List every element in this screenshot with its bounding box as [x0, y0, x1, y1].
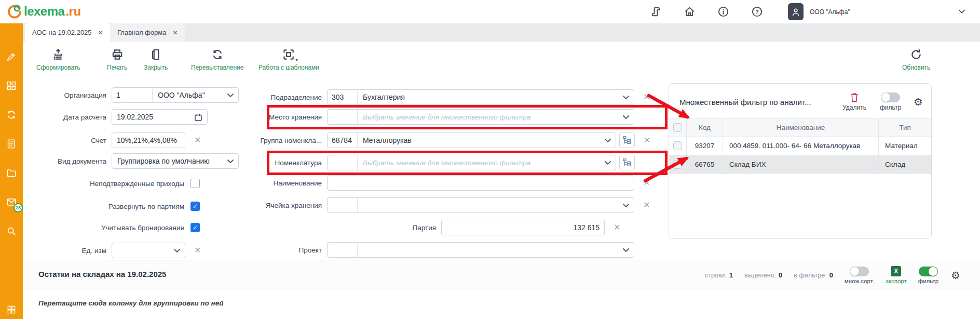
- chevron-down-icon[interactable]: [957, 7, 967, 16]
- refresh-button[interactable]: Обновить: [902, 48, 930, 71]
- sidebar-item-sync[interactable]: [5, 109, 18, 121]
- grid-filter-toggle[interactable]: [919, 267, 938, 276]
- selected-stat: выделено: 0: [744, 271, 782, 279]
- organization-select[interactable]: 1 ООО "Альфа": [112, 87, 239, 103]
- lexema-logo[interactable]: lexema.ru: [7, 3, 81, 20]
- expand-batches-checkbox[interactable]: [190, 202, 200, 211]
- storage-cell-code-input[interactable]: [328, 198, 358, 212]
- clear-icon[interactable]: ✕: [643, 93, 650, 101]
- header-type[interactable]: Тип: [879, 118, 931, 136]
- field-row-unconfirmed: Неподтвержденные приходы: [29, 177, 200, 190]
- nomen-group-select[interactable]: 68784 Металлорукав: [327, 132, 616, 148]
- field-row-nomen-group: Группа номенкла... 68784 Металлорукав ✕: [228, 132, 650, 148]
- export-label: экспорт: [886, 278, 907, 284]
- chevron-down-icon[interactable]: [605, 161, 611, 165]
- clear-icon[interactable]: ✕: [614, 223, 620, 232]
- storage-place-code-input[interactable]: [328, 110, 358, 124]
- name-input[interactable]: [327, 175, 634, 191]
- panel-filter-toggle[interactable]: [881, 92, 900, 102]
- project-code-input[interactable]: [328, 243, 358, 257]
- delete-button[interactable]: Удалить: [842, 92, 866, 111]
- storage-cell-select[interactable]: [327, 197, 634, 213]
- header-name[interactable]: Наименование: [723, 118, 879, 136]
- department-code-input[interactable]: 303: [328, 90, 358, 104]
- sidebar-item-apps[interactable]: [5, 79, 18, 92]
- calendar-icon[interactable]: [194, 113, 203, 122]
- multisort-toggle-group[interactable]: множ.сорт.: [845, 267, 874, 284]
- field-row-storage-cell: Ячейка хранения ✕: [228, 197, 650, 213]
- close-button[interactable]: Закрыть: [144, 48, 168, 71]
- tree-icon: [622, 158, 632, 167]
- sidebar-item-grid[interactable]: [0, 304, 23, 315]
- doc-type-label: Вид документа: [29, 157, 106, 165]
- header-code[interactable]: Код: [687, 118, 723, 136]
- nomenclature-tree-button[interactable]: [619, 155, 635, 170]
- nomenclature-multiselect[interactable]: Выбрать значение для множественного филь…: [327, 155, 616, 170]
- storage-place-multiselect[interactable]: Выбрать значение для множественного филь…: [327, 109, 634, 125]
- contracts-icon[interactable]: [650, 6, 662, 18]
- clear-icon[interactable]: ✕: [643, 201, 650, 209]
- chevron-down-icon[interactable]: [623, 115, 629, 119]
- chevron-down-icon[interactable]: [623, 248, 629, 252]
- reservation-checkbox[interactable]: [190, 223, 200, 232]
- batch-input[interactable]: 132 615: [441, 220, 605, 235]
- mail-badge: 28: [13, 203, 23, 212]
- doc-type-select[interactable]: Группировка по умолчанию: [112, 153, 239, 169]
- multi-filter-panel: Множественный фильтр по аналит... Удалит…: [669, 83, 932, 239]
- search-icon: [6, 225, 17, 237]
- tree-icon: [622, 136, 632, 145]
- table-row[interactable]: 93207 000.4859. 011.000- 64- 66 Металлор…: [669, 137, 931, 155]
- user-avatar[interactable]: [788, 3, 804, 20]
- calc-date-label: Дата расчета: [29, 113, 106, 121]
- sidebar-item-search[interactable]: [5, 225, 18, 237]
- tab-close-icon[interactable]: ✕: [172, 29, 178, 36]
- help-icon[interactable]: ?: [751, 6, 763, 18]
- nomenclature-code-input[interactable]: [328, 155, 358, 170]
- excel-icon: X: [891, 266, 901, 276]
- panel-gear-icon[interactable]: ⚙: [914, 97, 923, 107]
- nomen-group-tree-button[interactable]: [619, 132, 635, 148]
- clear-icon[interactable]: ✕: [194, 246, 201, 255]
- chevron-down-icon[interactable]: [605, 139, 611, 143]
- tab-main-form[interactable]: Главная форма ✕: [110, 23, 185, 42]
- sidebar-item-documents[interactable]: [5, 138, 18, 150]
- project-select[interactable]: [327, 242, 634, 258]
- tab-aoc[interactable]: АОС на 19.02.2025 ✕: [25, 23, 111, 42]
- reissue-button[interactable]: Перевыставление: [191, 48, 243, 71]
- unconfirmed-checkbox[interactable]: [190, 179, 200, 188]
- select-all-checkbox[interactable]: [673, 123, 682, 132]
- tab-label: АОС на 19.02.2025: [32, 29, 92, 36]
- account-input[interactable]: 10%,21%,4%,08%: [112, 132, 185, 148]
- grid-gear-icon[interactable]: ⚙: [951, 270, 960, 281]
- home-icon[interactable]: [684, 6, 696, 18]
- tab-close-icon[interactable]: ✕: [98, 29, 103, 36]
- panel-filter-toggle-group[interactable]: фильтр: [880, 92, 901, 111]
- unit-select[interactable]: [112, 243, 185, 258]
- calc-date-input[interactable]: 19.02.2025: [112, 109, 208, 125]
- clear-icon[interactable]: ✕: [643, 179, 650, 187]
- app-window: lexema.ru ?: [0, 0, 980, 319]
- row-checkbox[interactable]: [673, 160, 682, 169]
- department-select[interactable]: 303 Бухгалтерия: [327, 89, 634, 105]
- multisort-toggle[interactable]: [850, 267, 869, 276]
- chevron-down-icon[interactable]: [623, 204, 629, 208]
- clear-icon[interactable]: ✕: [194, 136, 201, 144]
- top-icon-group: ?: [650, 6, 763, 18]
- templates-button[interactable]: ▾ Работа с шаблонами: [258, 48, 319, 71]
- clear-icon[interactable]: ✕: [644, 136, 650, 144]
- grid-filter-toggle-group[interactable]: фильтр: [918, 267, 938, 284]
- organization-code-input[interactable]: 1: [112, 88, 153, 102]
- generate-button[interactable]: Сформировать: [36, 48, 80, 71]
- sidebar-item-edit[interactable]: [5, 50, 18, 63]
- chevron-down-icon[interactable]: [623, 96, 629, 100]
- nomen-group-code-input[interactable]: 68784: [328, 133, 358, 148]
- info-icon[interactable]: [717, 6, 729, 18]
- sidebar-item-folders[interactable]: [5, 167, 18, 179]
- chevron-down-icon[interactable]: [174, 249, 180, 253]
- table-row[interactable]: 66765 Склад БИХ Склад: [669, 155, 931, 174]
- row-checkbox[interactable]: [673, 141, 682, 150]
- export-button[interactable]: X экспорт: [886, 266, 907, 284]
- print-button[interactable]: Печать: [107, 48, 127, 71]
- sidebar-item-mail[interactable]: 28: [5, 196, 18, 208]
- unconfirmed-label: Неподтвержденные приходы: [29, 180, 184, 188]
